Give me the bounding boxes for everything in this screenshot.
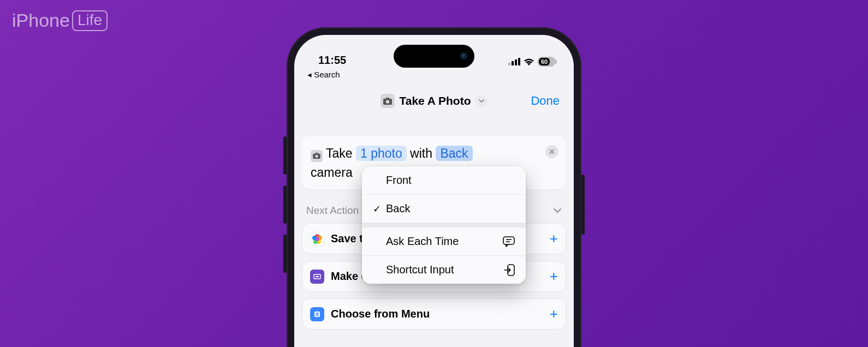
dynamic-island <box>394 45 474 68</box>
battery-level: 60 <box>539 58 550 65</box>
phone-screen: 11:55 60 ◂ Search Take A Photo <box>294 35 574 347</box>
action-word-camera: camera <box>311 165 353 180</box>
cellular-icon <box>508 58 520 65</box>
message-icon <box>503 236 515 247</box>
status-time: 11:55 <box>318 54 346 67</box>
popup-separator <box>362 223 526 228</box>
svg-point-5 <box>315 155 318 158</box>
remove-action-icon[interactable]: ✕ <box>545 145 558 158</box>
chevron-down-icon <box>553 208 562 213</box>
watermark-logo: iPhone Life <box>12 10 108 31</box>
battery-icon: 60 <box>538 57 555 67</box>
svg-rect-7 <box>316 276 319 277</box>
input-icon <box>504 264 515 276</box>
shortcut-header: Take A Photo Done <box>294 94 574 108</box>
svg-rect-10 <box>316 314 319 314</box>
camera-icon <box>311 150 323 162</box>
check-icon: ✓ <box>373 203 386 215</box>
back-to-search[interactable]: ◂ Search <box>307 70 340 80</box>
action-word-with: with <box>410 146 432 160</box>
svg-rect-9 <box>316 313 319 313</box>
action-word-take: Take <box>326 146 353 160</box>
svg-rect-11 <box>316 315 319 315</box>
watermark-suffix: Life <box>72 10 108 31</box>
suggestion-choose-menu[interactable]: Choose from Menu + <box>302 298 566 330</box>
done-button[interactable]: Done <box>531 94 560 108</box>
title-menu-button[interactable] <box>475 95 487 107</box>
suggestion-label: Choose from Menu <box>331 308 430 320</box>
wifi-icon <box>524 58 534 66</box>
photos-icon <box>310 232 324 246</box>
watermark-brand: iPhone <box>12 10 70 31</box>
camera-param[interactable]: Back <box>436 146 472 161</box>
add-icon[interactable]: + <box>550 306 558 322</box>
camera-icon <box>381 94 395 108</box>
popup-option-back[interactable]: ✓ Back <box>362 195 526 223</box>
svg-rect-1 <box>386 98 389 99</box>
svg-rect-4 <box>315 153 318 154</box>
popup-option-shortcut-input[interactable]: Shortcut Input <box>362 256 526 284</box>
menu-icon <box>310 307 324 321</box>
gif-icon <box>310 270 324 284</box>
svg-point-2 <box>386 100 389 103</box>
popup-option-ask[interactable]: Ask Each Time <box>362 228 526 256</box>
phone-frame: 11:55 60 ◂ Search Take A Photo <box>287 27 581 347</box>
popup-option-front[interactable]: Front <box>362 166 526 195</box>
add-icon[interactable]: + <box>550 268 558 285</box>
front-camera-dot <box>460 52 468 60</box>
photo-count-param[interactable]: 1 photo <box>356 146 407 161</box>
shortcut-title: Take A Photo <box>399 94 471 107</box>
add-icon[interactable]: + <box>550 230 558 247</box>
svg-rect-12 <box>503 237 514 244</box>
camera-select-popup: Front ✓ Back Ask Each Time Shortcut Inpu… <box>362 166 526 284</box>
